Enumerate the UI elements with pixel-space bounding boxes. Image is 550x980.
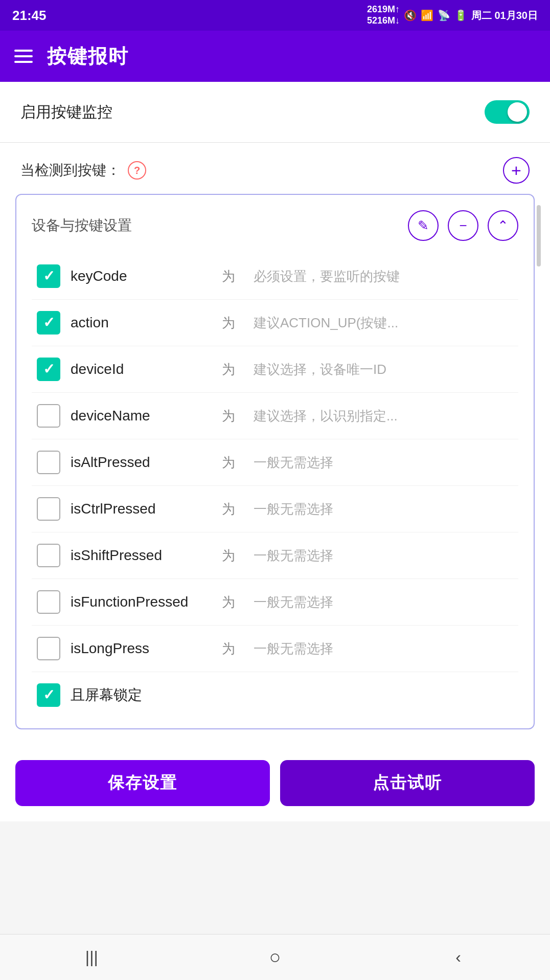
item-for-isCtrlPressed: 为 — [222, 500, 235, 518]
checkbox-item-isFunctionPressed[interactable]: isFunctionPressed为一般无需选择 — [32, 579, 518, 626]
status-bar: 21:45 2619M↑5216M↓ 🔇 📶 📡 🔋 周二 01月30日 — [0, 0, 550, 31]
item-name-isFunctionPressed: isFunctionPressed — [71, 594, 203, 610]
item-for-keyCode: 为 — [222, 268, 235, 285]
test-button[interactable]: 点击试听 — [280, 760, 535, 806]
item-for-deviceName: 为 — [222, 407, 235, 425]
checkbox-item-keyCode[interactable]: ✓keyCode为必须设置，要监听的按键 — [32, 253, 518, 300]
checkbox-deviceName[interactable] — [37, 404, 60, 428]
item-name-deviceId: deviceId — [71, 361, 203, 377]
section-title-text: 当检测到按键： — [20, 161, 121, 180]
card-actions: ✎ − ⌃ — [408, 210, 518, 241]
nav-back[interactable]: ‹ — [366, 934, 550, 980]
menu-line-2 — [14, 55, 33, 57]
card-header: 设备与按键设置 ✎ − ⌃ — [32, 210, 518, 241]
signal-icon: 📡 — [438, 9, 450, 21]
item-for-isShiftPressed: 为 — [222, 547, 235, 565]
checkbox-deviceId[interactable]: ✓ — [37, 358, 60, 381]
mute-icon: 🔇 — [404, 9, 417, 21]
checkbox-isCtrlPressed[interactable] — [37, 497, 60, 521]
item-name-isLongPress: isLongPress — [71, 640, 203, 657]
save-button[interactable]: 保存设置 — [15, 760, 270, 806]
scrollbar — [537, 205, 541, 266]
help-icon-symbol: ? — [134, 165, 140, 176]
bottom-nav: ||| ○ ‹ — [0, 934, 550, 980]
enable-toggle[interactable] — [485, 100, 530, 124]
item-value-isAltPressed: 一般无需选择 — [254, 454, 513, 472]
item-value-keyCode: 必须设置，要监听的按键 — [254, 268, 513, 285]
checkbox-screenLock[interactable]: ✓ — [37, 683, 60, 707]
section-title-row: 当检测到按键： ? — [20, 161, 146, 180]
item-value-deviceName: 建议选择，以识别指定... — [254, 407, 513, 425]
bottom-spacer — [0, 821, 550, 867]
checkbox-action[interactable]: ✓ — [37, 311, 60, 335]
toggle-row: 启用按键监控 — [0, 82, 550, 143]
move-up-button[interactable]: ⌃ — [488, 210, 518, 241]
menu-line-3 — [14, 61, 33, 63]
nav-home[interactable]: ○ — [184, 934, 367, 980]
item-name-isAltPressed: isAltPressed — [71, 454, 203, 471]
checkbox-isLongPress[interactable] — [37, 637, 60, 660]
checkmark-keyCode: ✓ — [43, 269, 55, 283]
item-name-action: action — [71, 315, 203, 331]
app-bar: 按键报时 — [0, 31, 550, 82]
battery-icon: 🔋 — [454, 9, 467, 21]
checkmark-deviceId: ✓ — [43, 362, 55, 376]
help-button[interactable]: ? — [128, 161, 146, 180]
item-for-deviceId: 为 — [222, 361, 235, 378]
item-name-keyCode: keyCode — [71, 268, 203, 284]
checkbox-item-action[interactable]: ✓action为建议ACTION_UP(按键... — [32, 300, 518, 346]
item-value-isCtrlPressed: 一般无需选择 — [254, 500, 513, 518]
remove-button[interactable]: − — [448, 210, 478, 241]
checkbox-item-isLongPress[interactable]: isLongPress为一般无需选择 — [32, 626, 518, 672]
item-for-isAltPressed: 为 — [222, 454, 235, 472]
item-value-isFunctionPressed: 一般无需选择 — [254, 593, 513, 611]
date-display: 周二 01月30日 — [471, 9, 538, 23]
item-value-action: 建议ACTION_UP(按键... — [254, 314, 513, 332]
checkbox-isShiftPressed[interactable] — [37, 544, 60, 567]
network-stats: 2619M↑5216M↓ — [367, 4, 400, 26]
item-for-isFunctionPressed: 为 — [222, 593, 235, 611]
checkbox-item-screenLock[interactable]: ✓且屏幕锁定 — [32, 672, 518, 718]
checkbox-list: ✓keyCode为必须设置，要监听的按键✓action为建议ACTION_UP(… — [32, 253, 518, 718]
item-name-isShiftPressed: isShiftPressed — [71, 547, 203, 564]
checkmark-screenLock: ✓ — [43, 688, 55, 702]
item-for-isLongPress: 为 — [222, 640, 235, 658]
item-name-isCtrlPressed: isCtrlPressed — [71, 501, 203, 517]
checkbox-item-isShiftPressed[interactable]: isShiftPressed为一般无需选择 — [32, 532, 518, 579]
menu-button[interactable] — [14, 50, 33, 63]
item-for-action: 为 — [222, 314, 235, 332]
minus-icon: − — [459, 218, 467, 234]
menu-line-1 — [14, 50, 33, 52]
checkbox-item-deviceId[interactable]: ✓deviceId为建议选择，设备唯一ID — [32, 346, 518, 393]
add-icon-symbol: + — [511, 161, 521, 181]
recent-apps-icon: ||| — [85, 948, 98, 967]
item-value-isLongPress: 一般无需选择 — [254, 640, 513, 658]
device-key-card: 设备与按键设置 ✎ − ⌃ ✓keyCode为必须设置，要监听的按键✓actio… — [15, 194, 535, 729]
toggle-thumb — [508, 102, 527, 122]
checkmark-action: ✓ — [43, 316, 55, 330]
status-right: 2619M↑5216M↓ 🔇 📶 📡 🔋 周二 01月30日 — [367, 4, 538, 26]
status-time: 21:45 — [12, 8, 47, 24]
edit-button[interactable]: ✎ — [408, 210, 439, 241]
app-title: 按键报时 — [47, 43, 129, 70]
section-header: 当检测到按键： ? + — [0, 143, 550, 194]
edit-icon: ✎ — [418, 218, 429, 234]
checkbox-isFunctionPressed[interactable] — [37, 590, 60, 614]
item-name-screenLock: 且屏幕锁定 — [71, 685, 203, 705]
checkbox-isAltPressed[interactable] — [37, 451, 60, 474]
checkbox-item-isAltPressed[interactable]: isAltPressed为一般无需选择 — [32, 439, 518, 486]
home-icon: ○ — [269, 946, 281, 968]
main-content: 启用按键监控 当检测到按键： ? + 设备与按键设置 ✎ − — [0, 82, 550, 821]
toggle-label: 启用按键监控 — [20, 102, 112, 123]
checkbox-keyCode[interactable]: ✓ — [37, 264, 60, 288]
checkbox-item-isCtrlPressed[interactable]: isCtrlPressed为一般无需选择 — [32, 486, 518, 532]
item-name-deviceName: deviceName — [71, 408, 203, 424]
nav-recent[interactable]: ||| — [0, 934, 184, 980]
add-button[interactable]: + — [503, 157, 530, 184]
card-title: 设备与按键设置 — [32, 216, 132, 235]
checkbox-item-deviceName[interactable]: deviceName为建议选择，以识别指定... — [32, 393, 518, 439]
item-value-isShiftPressed: 一般无需选择 — [254, 547, 513, 565]
item-value-deviceId: 建议选择，设备唯一ID — [254, 361, 513, 378]
chevron-up-icon: ⌃ — [497, 218, 509, 234]
button-row: 保存设置 点击试听 — [0, 745, 550, 821]
